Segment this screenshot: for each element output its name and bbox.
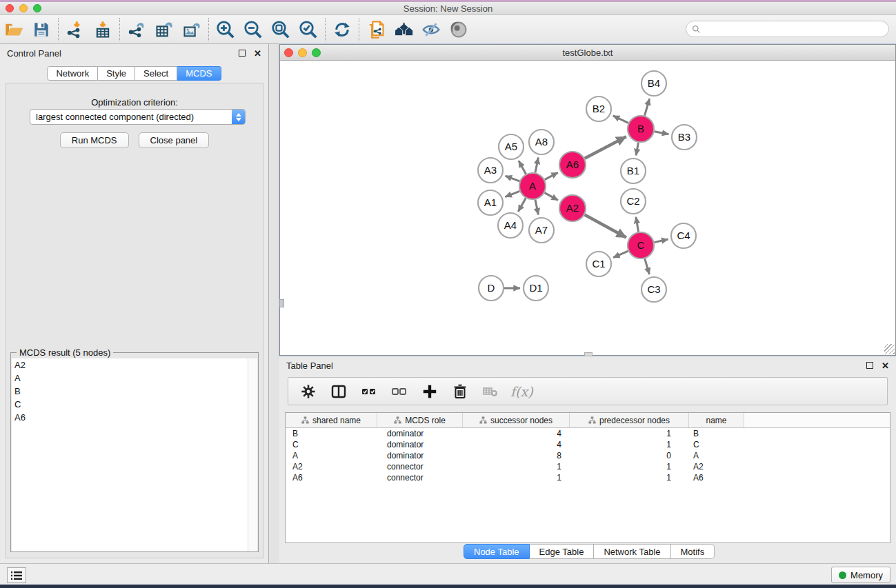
mcds-result-item[interactable]: C — [12, 398, 248, 411]
search-input[interactable] — [701, 22, 888, 36]
export-table-button[interactable] — [150, 17, 178, 42]
memory-button[interactable]: Memory — [831, 567, 890, 583]
graph-node-A[interactable]: A — [519, 173, 546, 199]
graph-edge-A-A1[interactable] — [505, 191, 519, 196]
mcds-result-item[interactable]: A2 — [12, 358, 248, 372]
table-row[interactable]: Cdominator41C — [286, 439, 890, 450]
graph-edge-C-C4[interactable] — [655, 239, 668, 243]
refresh-button[interactable] — [328, 17, 356, 42]
graph-node-C2[interactable]: C2 — [621, 189, 646, 214]
graph-node-D[interactable]: D — [479, 276, 504, 301]
graph-edge-A6-B[interactable] — [585, 136, 626, 159]
column-header-name[interactable]: name — [689, 413, 744, 427]
table-float-button[interactable] — [866, 362, 873, 369]
zoom-fit-button[interactable] — [267, 17, 295, 42]
tab-mcds[interactable]: MCDS — [177, 66, 221, 81]
graph-edge-B-B4[interactable] — [645, 99, 650, 116]
run-mcds-button[interactable]: Run MCDS — [60, 132, 129, 148]
column-header-shared-name[interactable]: shared name — [286, 413, 377, 427]
deselect-all-button[interactable] — [388, 380, 411, 403]
graph-edge-A-A3[interactable] — [506, 176, 520, 181]
graph-node-A7[interactable]: A7 — [529, 218, 554, 243]
mcds-result-list[interactable]: A2ABCA6 — [12, 358, 248, 551]
graph-edge-B-B3[interactable] — [655, 132, 669, 134]
select-all-button[interactable] — [357, 380, 381, 403]
graph-node-B4[interactable]: B4 — [641, 71, 666, 96]
table-row[interactable]: A6connector11A6 — [286, 472, 890, 483]
zoom-in-button[interactable] — [212, 17, 239, 42]
column-header-predecessor-nodes[interactable]: predecessor nodes — [570, 413, 689, 427]
tab-network[interactable]: Network — [47, 66, 98, 81]
import-network-button[interactable] — [61, 17, 89, 42]
delete-column-button[interactable] — [448, 380, 472, 403]
mcds-list-scrollbar[interactable] — [248, 358, 257, 551]
tab-edge-table[interactable]: Edge Table — [530, 544, 595, 559]
graph-edge-C-C1[interactable] — [613, 251, 628, 258]
tab-style[interactable]: Style — [98, 66, 135, 81]
function-builder-button[interactable]: f(x) — [510, 384, 533, 399]
graph-node-A6[interactable]: A6 — [559, 152, 586, 178]
graph-node-A8[interactable]: A8 — [529, 130, 554, 154]
graph-edge-A2-C[interactable] — [585, 215, 626, 238]
graph-edge-C-C3[interactable] — [645, 258, 650, 274]
graph-edge-A-A5[interactable] — [519, 161, 526, 174]
home-layout-button[interactable] — [390, 17, 417, 42]
float-panel-button[interactable] — [239, 50, 246, 57]
graph-edge-A-A6[interactable] — [545, 172, 558, 179]
graph-node-B[interactable]: B — [628, 116, 654, 142]
close-panel-button[interactable]: Close panel — [139, 132, 210, 148]
import-table-button[interactable] — [89, 17, 117, 42]
close-panel-icon[interactable]: ✕ — [254, 48, 261, 59]
graph-node-C1[interactable]: C1 — [586, 252, 611, 276]
zoom-out-button[interactable] — [239, 17, 267, 42]
column-header-MCDS-role[interactable]: MCDS role — [377, 413, 463, 427]
delete-table-button[interactable] — [479, 380, 502, 403]
toggle-columns-button[interactable] — [327, 380, 350, 403]
open-file-button[interactable] — [0, 17, 28, 42]
graph-node-C3[interactable]: C3 — [641, 277, 666, 302]
tab-network-table[interactable]: Network Table — [594, 544, 670, 559]
graph-node-B3[interactable]: B3 — [672, 125, 697, 150]
graph-node-A5[interactable]: A5 — [499, 134, 524, 159]
graph-edge-A-A7[interactable] — [535, 200, 538, 215]
graph-node-A1[interactable]: A1 — [478, 190, 503, 215]
graph-node-A2[interactable]: A2 — [559, 195, 586, 221]
graph-node-C4[interactable]: C4 — [671, 223, 696, 248]
column-header-successor-nodes[interactable]: successor nodes — [463, 413, 570, 427]
save-session-button[interactable] — [28, 17, 55, 42]
graph-node-A3[interactable]: A3 — [478, 158, 503, 183]
zoom-selected-button[interactable] — [295, 17, 322, 42]
graph-edge-B-B2[interactable] — [613, 116, 628, 123]
network-snapshot-button[interactable] — [362, 17, 390, 42]
table-row[interactable]: Bdominator41B — [286, 428, 890, 439]
graph-edge-C-C2[interactable] — [636, 217, 639, 232]
graph-edge-A-A4[interactable] — [518, 198, 526, 212]
graph-node-B1[interactable]: B1 — [621, 159, 646, 183]
table-row[interactable]: A2connector11A2 — [286, 461, 890, 472]
mcds-result-item[interactable]: A6 — [12, 411, 248, 424]
table-row[interactable]: Adominator80A — [286, 450, 890, 461]
task-history-button[interactable] — [7, 567, 26, 583]
add-column-button[interactable] — [418, 380, 441, 403]
export-network-button[interactable] — [123, 17, 150, 42]
table-body[interactable]: Bdominator41BCdominator41CAdominator80AA… — [286, 428, 890, 483]
splitter-handle-left[interactable] — [279, 299, 284, 307]
criterion-dropdown[interactable]: largest connected component (directed) — [30, 109, 246, 125]
tab-motifs[interactable]: Motifs — [671, 544, 715, 559]
table-close-icon[interactable]: ✕ — [882, 361, 889, 371]
window-resize-grip[interactable] — [884, 344, 895, 354]
show-details-button[interactable] — [445, 17, 472, 42]
graph-node-D1[interactable]: D1 — [524, 276, 548, 301]
export-image-button[interactable] — [178, 17, 206, 42]
graph-edge-B-B1[interactable] — [636, 143, 638, 156]
mcds-result-item[interactable]: A — [12, 372, 248, 385]
tab-select[interactable]: Select — [135, 66, 177, 81]
mcds-result-item[interactable]: B — [12, 385, 248, 398]
network-window-titlebar[interactable]: testGlobe.txt — [280, 45, 895, 61]
graph-node-A4[interactable]: A4 — [498, 213, 523, 238]
tab-node-table[interactable]: Node Table — [464, 544, 530, 559]
network-canvas[interactable]: B4B2BB3A8A5A6A3B1AC2A1A2A4A7C4CC1DD1C3 — [280, 61, 895, 355]
graph-node-C[interactable]: C — [628, 232, 654, 258]
graph-edge-A-A8[interactable] — [535, 158, 538, 173]
hide-details-button[interactable] — [417, 17, 445, 42]
